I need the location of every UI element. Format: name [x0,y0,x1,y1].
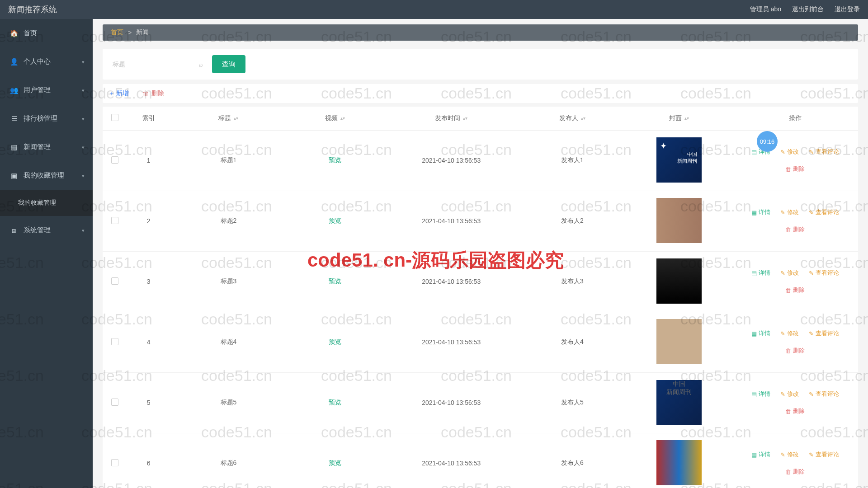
col-ops: 操作 [789,114,802,122]
row-delete-button[interactable]: 🗑删除 [785,165,805,173]
trash-icon: 🗑 [785,226,791,233]
row-delete-button[interactable]: 🗑删除 [785,225,805,234]
sidebar-item-label: 排行榜管理 [24,114,57,123]
table-row: 3 标题3 预览 2021-04-10 13:56:53 发布人3 ▤详情 ✎修… [103,251,858,312]
breadcrumb-home[interactable]: 首页 [111,28,123,37]
row-checkbox[interactable] [111,338,118,345]
sidebar-item-favorites[interactable]: ▣ 我的收藏管理 ▾ [0,161,93,190]
chevron-down-icon: ▾ [82,59,85,65]
cover-thumbnail[interactable] [656,258,702,304]
row-delete-button[interactable]: 🗑删除 [785,468,805,476]
edit-button[interactable]: ✎修改 [780,148,799,156]
doc-icon: ▤ [751,270,757,277]
app-title: 新闻推荐系统 [8,4,57,15]
row-checkbox[interactable] [111,459,118,466]
clock-badge[interactable]: 09:16 [757,131,778,152]
row-checkbox[interactable] [111,277,118,285]
sidebar-item-rank[interactable]: ☰ 排行榜管理 ▾ [0,104,93,133]
cell-index: 1 [127,130,170,191]
view-comments-button[interactable]: ✎查看评论 [809,450,839,459]
pencil-icon: ✎ [780,270,785,277]
doc-icon: ▤ [751,149,757,155]
sidebar-item-label: 首页 [24,29,37,38]
sidebar-item-users[interactable]: 👥 用户管理 ▾ [0,76,93,104]
row-checkbox[interactable] [111,399,118,406]
detail-button[interactable]: ▤详情 [751,450,770,459]
logout-link[interactable]: 退出登录 [835,5,860,14]
sort-icon: ▴▾ [340,116,345,121]
row-delete-button[interactable]: 🗑删除 [785,286,805,294]
cell-title: 标题3 [170,251,287,312]
sidebar-item-system[interactable]: ⧈ 系统管理 ▾ [0,216,93,244]
cover-thumbnail[interactable]: 中国新闻周刊 [656,137,702,183]
detail-button[interactable]: ▤详情 [751,390,770,398]
col-publisher-header[interactable]: 发布人▴▾ [519,107,626,130]
sidebar-item-label: 我的收藏管理 [24,171,64,180]
preview-link[interactable]: 预览 [329,399,341,406]
preview-link[interactable]: 预览 [329,459,341,466]
view-comments-button[interactable]: ✎查看评论 [809,390,839,398]
cell-publisher: 发布人6 [519,433,626,488]
col-time-header[interactable]: 发布时间▴▾ [383,107,519,130]
delete-button[interactable]: 🗑 删除 [142,89,164,98]
cover-thumbnail[interactable] [656,319,702,364]
edit-button[interactable]: ✎修改 [780,208,799,216]
view-comments-button[interactable]: ✎查看评论 [809,148,839,156]
cell-title: 标题4 [170,312,287,372]
edit-button[interactable]: ✎修改 [780,269,799,277]
to-front-link[interactable]: 退出到前台 [792,5,824,14]
preview-link[interactable]: 预览 [329,217,341,224]
search-toolbar: ⌕ 查询 [103,49,858,80]
cell-time: 2021-04-10 13:56:53 [383,191,519,251]
search-input[interactable] [110,55,205,73]
edit-button[interactable]: ✎修改 [780,390,799,398]
row-checkbox[interactable] [111,217,118,224]
edit-button[interactable]: ✎修改 [780,329,799,338]
cover-thumbnail[interactable]: 中国新闻周刊 [656,380,702,425]
sidebar-item-profile[interactable]: 👤 个人中心 ▾ [0,47,93,76]
breadcrumb-sep: > [128,29,132,36]
view-comments-button[interactable]: ✎查看评论 [809,269,839,277]
view-comments-button[interactable]: ✎查看评论 [809,329,839,338]
sidebar-subitem-favorites[interactable]: 我的收藏管理 [0,190,93,216]
query-button[interactable]: 查询 [212,55,245,73]
preview-link[interactable]: 预览 [329,277,341,285]
chevron-down-icon: ▾ [82,227,85,233]
breadcrumb-current: 新闻 [136,28,149,37]
sidebar: 🏠 首页 👤 个人中心 ▾ 👥 用户管理 ▾ ☰ 排行榜管理 ▾ ▤ 新闻管理 … [0,19,93,488]
row-operations: ▤详情 ✎修改 ✎查看评论 🗑删除 [736,148,854,173]
del-label: 删除 [151,89,164,98]
bookmark-icon: ▣ [10,172,18,180]
admin-label[interactable]: 管理员 abo [750,5,781,14]
cell-time: 2021-04-10 13:56:53 [383,312,519,372]
cell-publisher: 发布人3 [519,251,626,312]
main-content: 首页 > 新闻 ⌕ 查询 + 新增 🗑 删除 索引 [93,19,868,488]
detail-button[interactable]: ▤详情 [751,329,770,338]
col-cover-header[interactable]: 封面▴▾ [626,107,732,130]
row-delete-button[interactable]: 🗑删除 [785,407,805,415]
select-all-checkbox[interactable] [111,114,118,121]
chevron-down-icon: ▾ [82,87,85,93]
col-title-header[interactable]: 标题▴▾ [170,107,287,130]
row-delete-button[interactable]: 🗑删除 [785,347,805,355]
cover-thumbnail[interactable] [656,440,702,485]
row-checkbox[interactable] [111,156,118,164]
col-video-header[interactable]: 视频▴▾ [287,107,383,130]
pencil-icon: ✎ [809,149,814,155]
detail-button[interactable]: ▤详情 [751,269,770,277]
add-button[interactable]: + 新增 [110,89,129,98]
breadcrumb: 首页 > 新闻 [103,24,858,41]
view-comments-button[interactable]: ✎查看评论 [809,208,839,216]
preview-link[interactable]: 预览 [329,338,341,345]
preview-link[interactable]: 预览 [329,156,341,164]
sidebar-item-news[interactable]: ▤ 新闻管理 ▾ [0,133,93,161]
cover-thumbnail[interactable] [656,198,702,243]
chevron-down-icon: ▾ [82,173,85,178]
detail-button[interactable]: ▤详情 [751,208,770,216]
pencil-icon: ✎ [780,391,785,398]
cell-publisher: 发布人4 [519,312,626,372]
edit-button[interactable]: ✎修改 [780,450,799,459]
sidebar-subitem-label: 我的收藏管理 [18,199,56,207]
table-row: 6 标题6 预览 2021-04-10 13:56:53 发布人6 ▤详情 ✎修… [103,433,858,488]
sidebar-item-home[interactable]: 🏠 首页 [0,19,93,47]
